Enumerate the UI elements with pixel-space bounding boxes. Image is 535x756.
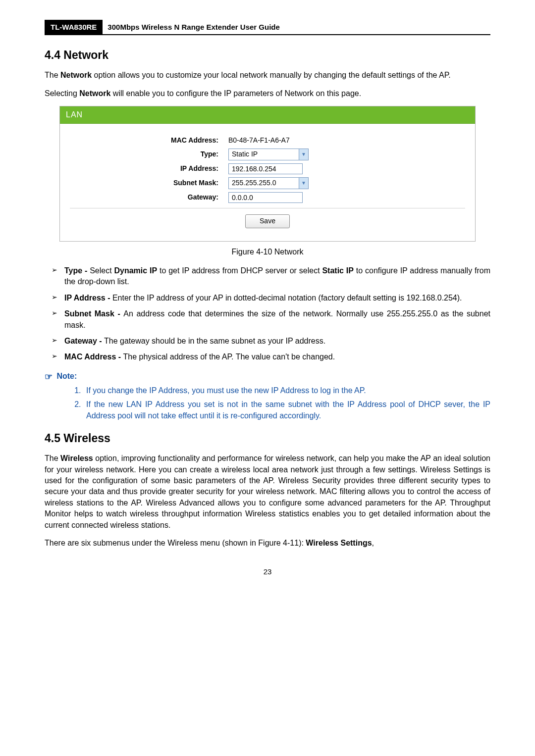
bullet-subnet-mask: Subnet Mask - An address code that deter… — [45, 308, 490, 331]
bullet-type: Type - Select Dynamic IP to get IP addre… — [45, 265, 490, 288]
model-badge: TL-WA830RE — [45, 20, 103, 34]
mac-address-value: B0-48-7A-F1-A6-A7 — [228, 136, 290, 146]
bullet-gateway: Gateway - The gateway should be in the s… — [45, 336, 490, 347]
lan-panel-title: LAN — [60, 106, 475, 124]
note-item-2: If the new LAN IP Address you set is not… — [83, 399, 490, 421]
chevron-down-icon: ▼ — [299, 178, 308, 189]
note-item-1: If you change the IP Address, you must u… — [83, 385, 490, 396]
type-select-value: Static IP — [229, 149, 299, 160]
bullet-mac-address: MAC Address - The physical address of th… — [45, 352, 490, 362]
bullet-ip-address: IP Address - Enter the IP address of you… — [45, 293, 490, 303]
chevron-down-icon: ▼ — [299, 149, 308, 160]
subnet-mask-value: 255.255.255.0 — [229, 178, 299, 189]
save-button[interactable]: Save — [245, 214, 290, 228]
subnet-mask-select[interactable]: 255.255.255.0 ▼ — [228, 177, 309, 189]
type-select[interactable]: Static IP ▼ — [228, 149, 309, 160]
type-label: Type: — [70, 150, 228, 159]
section-4-4-heading: 4.4 Network — [45, 47, 490, 63]
section-4-5-paragraph-1: The Wireless option, improving functiona… — [45, 453, 490, 531]
lan-panel: LAN MAC Address: B0-48-7A-F1-A6-A7 Type:… — [59, 106, 476, 242]
section-4-4-paragraph-1: The Network option allows you to customi… — [45, 70, 490, 81]
section-4-5-heading: 4.5 Wireless — [45, 430, 490, 446]
page-number: 23 — [45, 566, 490, 577]
gateway-label: Gateway: — [70, 193, 228, 202]
ip-address-input[interactable] — [228, 163, 303, 174]
subnet-mask-label: Subnet Mask: — [70, 178, 228, 188]
gateway-input[interactable] — [228, 192, 303, 203]
figure-caption: Figure 4-10 Network — [45, 247, 490, 257]
document-header: TL-WA830RE 300Mbps Wireless N Range Exte… — [45, 20, 490, 35]
ip-address-label: IP Address: — [70, 164, 228, 174]
mac-address-label: MAC Address: — [70, 136, 228, 146]
guide-title: 300Mbps Wireless N Range Extender User G… — [103, 22, 279, 32]
note-heading: ☞ Note: — [45, 370, 490, 382]
section-4-4-paragraph-2: Selecting Network will enable you to con… — [45, 88, 490, 99]
section-4-5-paragraph-2: There are six submenus under the Wireles… — [45, 538, 490, 549]
pointing-hand-icon: ☞ — [45, 371, 53, 383]
